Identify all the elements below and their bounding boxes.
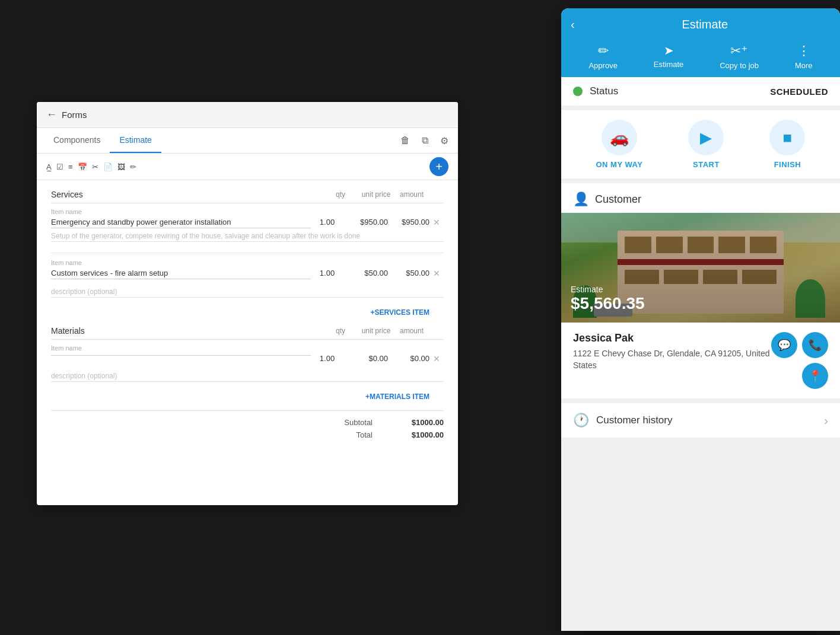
location-icon: 📍 [809, 369, 822, 382]
material-name-1 [51, 353, 311, 356]
service-item-2: Item name Custom services - fire alarm s… [51, 259, 444, 304]
material-row-1: 1.00 $0.00 $0.00 ✕ [51, 353, 444, 363]
service-amount-1: $950.00 [388, 216, 429, 226]
scissors-icon[interactable]: ✂ [92, 162, 98, 171]
on-my-way-button[interactable]: 🚗 ON MY WAY [596, 120, 643, 169]
total-label: Total [357, 430, 373, 439]
history-label: Customer history [596, 414, 672, 426]
item-label-2: Item name [51, 259, 444, 266]
services-header: Services qty unit price amount [51, 190, 444, 203]
image-icon[interactable]: 🖼 [117, 162, 125, 171]
document-icon[interactable]: 📄 [103, 162, 113, 171]
topbar-title: Forms [62, 110, 87, 120]
desktop-toolbar: A̲ ☑ ≡ 📅 ✂ 📄 🖼 ✏ + [37, 154, 458, 180]
add-button[interactable]: + [429, 157, 448, 176]
material-price-1: $0.00 [343, 353, 388, 363]
play-icon: ▶ [700, 129, 712, 147]
approve-action[interactable]: ✏ Approve [588, 43, 617, 70]
calendar-icon[interactable]: 📅 [78, 162, 87, 171]
add-services-link[interactable]: +SERVICES ITEM [51, 308, 429, 317]
material-label-1: Item name [51, 344, 444, 352]
service-delete-1[interactable]: ✕ [429, 216, 444, 227]
customer-icon: 👤 [573, 192, 589, 207]
service-qty-1: 1.00 [311, 216, 343, 226]
total-row: Total $1000.00 [51, 430, 444, 439]
tab-bar: Components Estimate 🗑 ⧉ ⚙ [37, 128, 458, 154]
tab-estimate[interactable]: Estimate [110, 128, 161, 153]
service-price-1: $950.00 [343, 216, 388, 226]
message-icon: 💬 [778, 339, 791, 352]
mobile-title: Estimate [580, 18, 831, 31]
finish-button[interactable]: ■ FINISH [769, 120, 805, 169]
pen-icon[interactable]: ✏ [130, 162, 136, 171]
desktop-topbar: ← Forms [37, 102, 458, 128]
finish-label: FINISH [774, 160, 801, 169]
property-image: Estimate $5,560.35 [561, 213, 840, 323]
material-qty-1: 1.00 [311, 353, 343, 363]
status-value: SCHEDULED [770, 87, 828, 97]
estimate-badge-label: Estimate [571, 285, 645, 294]
contact-icons: 💬 📞 📍 [771, 332, 828, 389]
customer-history-section[interactable]: 🕐 Customer history › [561, 403, 840, 438]
materials-amount-col: amount [394, 327, 429, 335]
service-qty-2: 1.00 [311, 267, 343, 277]
start-button[interactable]: ▶ START [688, 120, 724, 169]
history-arrow-icon: › [824, 414, 828, 427]
more-icon: ⋮ [797, 43, 810, 59]
estimate-action[interactable]: ➤ Estimate [654, 43, 684, 70]
phone-button[interactable]: 📞 [802, 332, 828, 358]
mobile-header: ‹ Estimate ✏ Approve ➤ Estimate ✂⁺ Copy … [561, 8, 840, 77]
checkbox-icon[interactable]: ☑ [56, 162, 63, 171]
back-icon[interactable]: ← [46, 109, 57, 121]
customer-header: 👤 Customer [561, 183, 840, 213]
material-delete-1[interactable]: ✕ [429, 353, 444, 363]
more-action[interactable]: ⋮ More [795, 43, 813, 70]
add-materials-link[interactable]: +MATERIALS ITEM [51, 393, 429, 401]
service-name-2: Custom services - fire alarm setup [51, 267, 311, 279]
customer-details: Jessica Pak 1122 E Chevy Chase Dr, Glend… [573, 332, 771, 371]
contact-icons-row: 💬 📞 [771, 332, 828, 358]
services-price-col: unit price [358, 190, 394, 199]
copy-to-job-action[interactable]: ✂⁺ Copy to job [720, 43, 759, 70]
list-icon[interactable]: ≡ [68, 162, 73, 171]
start-icon-wrap: ▶ [688, 120, 724, 155]
mobile-header-row: ‹ Estimate [571, 18, 831, 39]
message-button[interactable]: 💬 [771, 332, 797, 358]
service-delete-2[interactable]: ✕ [429, 267, 444, 278]
service-name-1: Emergency and standby power generator in… [51, 216, 311, 228]
tab-actions: 🗑 ⧉ ⚙ [398, 133, 451, 149]
approve-label: Approve [588, 61, 617, 70]
finish-icon-wrap: ■ [769, 120, 805, 155]
copy-icon[interactable]: ⧉ [419, 133, 431, 149]
mobile-back-icon[interactable]: ‹ [571, 18, 575, 31]
material-desc-1: description (optional) [51, 371, 444, 382]
customer-name: Jessica Pak [573, 332, 771, 344]
tab-components[interactable]: Components [44, 128, 110, 153]
customer-title: Customer [595, 193, 641, 206]
status-dot [573, 87, 583, 96]
underline-icon[interactable]: A̲ [46, 162, 52, 171]
estimate-badge-value: $5,560.35 [571, 294, 645, 313]
settings-icon[interactable]: ⚙ [438, 133, 451, 149]
status-label: Status [590, 85, 618, 97]
subtotal-row: Subtotal $1000.00 [51, 418, 444, 427]
delete-icon[interactable]: 🗑 [398, 133, 412, 149]
totals-section: Subtotal $1000.00 Total $1000.00 [51, 410, 444, 439]
subtotal-label: Subtotal [344, 418, 373, 427]
stop-icon: ■ [783, 129, 793, 147]
material-item-1: Item name 1.00 $0.00 $0.00 ✕ description… [51, 344, 444, 388]
material-amount-1: $0.00 [388, 353, 429, 363]
customer-address: 1122 E Chevy Chase Dr, Glendale, CA 9120… [573, 348, 771, 371]
location-button[interactable]: 📍 [802, 363, 828, 389]
desktop-panel: ← Forms Components Estimate 🗑 ⧉ ⚙ A̲ ☑ ≡… [37, 102, 458, 505]
service-desc-2: description (optional) [51, 286, 444, 298]
services-amount-col: amount [394, 190, 429, 199]
mobile-actions-bar: ✏ Approve ➤ Estimate ✂⁺ Copy to job ⋮ Mo… [571, 39, 831, 77]
history-icon: 🕐 [573, 413, 589, 428]
service-item-1: Item name Emergency and standby power ge… [51, 208, 444, 253]
estimate-label: Estimate [654, 60, 684, 69]
estimate-badge: Estimate $5,560.35 [571, 285, 645, 313]
materials-header: Materials qty unit price amount [51, 326, 444, 340]
materials-qty-col: qty [323, 327, 358, 335]
start-label: START [693, 160, 720, 169]
